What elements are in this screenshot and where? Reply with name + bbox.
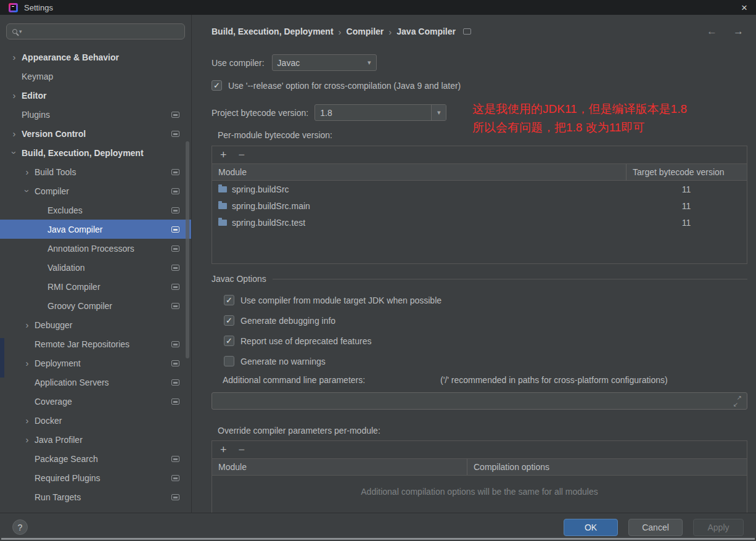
- sidebar-item-excludes[interactable]: Excludes: [0, 200, 191, 220]
- option-generate-no-warnings[interactable]: Generate no warnings: [224, 351, 747, 371]
- sidebar-item-coverage[interactable]: Coverage: [0, 392, 191, 411]
- help-button[interactable]: ?: [12, 519, 28, 535]
- per-module-table-header: Module Target bytecode version: [212, 164, 747, 181]
- sidebar-item-java-compiler[interactable]: Java Compiler: [0, 220, 191, 239]
- settings-page-icon: [171, 456, 179, 462]
- add-button[interactable]: +: [220, 444, 227, 455]
- checkbox-icon[interactable]: ✓: [224, 315, 234, 326]
- sidebar-item-annotation-processors[interactable]: Annotation Processors: [0, 239, 191, 258]
- search-text-field[interactable]: [24, 27, 179, 37]
- expand-icon[interactable]: ↗ ↙: [733, 397, 742, 405]
- annotation-line-1: 这是我使用的JDK11，但是编译版本是1.8: [472, 100, 687, 118]
- column-header-compilation-options[interactable]: Compilation options: [467, 459, 747, 475]
- breadcrumb: Build, Execution, Deployment › Compiler …: [212, 15, 747, 38]
- sidebar-tree: › Appearance & Behavior Keymap › Editor …: [0, 47, 191, 506]
- annotation-line-2: 所以会有问题，把1.8 改为11即可: [472, 118, 687, 137]
- sidebar-item-java-profiler[interactable]: › Java Profiler: [0, 430, 191, 449]
- sidebar-item-label: Coverage: [33, 397, 72, 407]
- jdk-annotation-note: 这是我使用的JDK11，但是编译版本是1.8 所以会有问题，把1.8 改为11即…: [472, 100, 687, 137]
- sidebar-item-validation[interactable]: Validation: [0, 258, 191, 277]
- back-button[interactable]: ←: [707, 25, 717, 38]
- settings-search-input[interactable]: ▾: [6, 23, 185, 39]
- use-compiler-value: Javac: [277, 58, 300, 68]
- settings-page-icon: [463, 28, 471, 35]
- breadcrumb-item[interactable]: Build, Execution, Deployment: [212, 27, 334, 36]
- breadcrumb-item[interactable]: Java Compiler: [396, 27, 456, 36]
- checkbox-icon[interactable]: [224, 356, 234, 366]
- sidebar-item-required-plugins[interactable]: Required Plugins: [0, 468, 191, 487]
- option-use-compiler-from-module-target-jdk-when-possible[interactable]: ✓ Use compiler from module target JDK wh…: [224, 290, 747, 310]
- apply-button[interactable]: Apply: [693, 519, 744, 536]
- module-target-version: 11: [626, 184, 747, 194]
- sidebar-item-package-search[interactable]: Package Search: [0, 449, 191, 468]
- per-module-table-toolbar: + −: [212, 146, 747, 164]
- checkbox-icon[interactable]: ✓: [224, 295, 234, 305]
- project-bytecode-select[interactable]: 1.8 ▾: [314, 104, 446, 121]
- use-compiler-select[interactable]: Javac ▾: [272, 54, 377, 71]
- sidebar-item-label: Run Targets: [33, 492, 81, 502]
- option-generate-debugging-info[interactable]: ✓ Generate debugging info: [224, 310, 747, 331]
- sidebar-item-label: Validation: [46, 263, 84, 273]
- sidebar-item-label: Build Tools: [33, 167, 76, 177]
- settings-page-icon: [171, 399, 179, 405]
- sidebar-item-rmi-compiler[interactable]: RMI Compiler: [0, 277, 191, 296]
- chevron-icon: ›: [9, 90, 20, 101]
- ok-button[interactable]: OK: [564, 519, 618, 536]
- sidebar-item-label: Version Control: [20, 129, 86, 139]
- remove-button[interactable]: −: [239, 444, 245, 455]
- sidebar-item-docker[interactable]: › Docker: [0, 411, 191, 430]
- sidebar-item-groovy-compiler[interactable]: Groovy Compiler: [0, 296, 191, 315]
- sidebar-item-editor[interactable]: › Editor: [0, 86, 191, 105]
- option-label: Generate no warnings: [240, 357, 326, 366]
- release-checkbox[interactable]: ✓: [212, 80, 222, 91]
- settings-page-icon: [171, 341, 179, 347]
- sidebar-item-keymap[interactable]: Keymap: [0, 67, 191, 86]
- checkbox-icon[interactable]: ✓: [224, 336, 234, 346]
- remove-button[interactable]: −: [239, 149, 245, 160]
- module-row-spring-buildsrc-test[interactable]: spring.buildSrc.test 11: [212, 214, 747, 231]
- background-window-edge: [0, 338, 4, 378]
- add-button[interactable]: +: [220, 149, 227, 160]
- sidebar-item-debugger[interactable]: › Debugger: [0, 315, 191, 334]
- column-header-target-version[interactable]: Target bytecode version: [626, 164, 747, 180]
- module-name: spring.buildSrc: [232, 184, 289, 194]
- sidebar-item-remote-jar-repositories[interactable]: Remote Jar Repositories: [0, 334, 191, 353]
- sidebar-item-application-servers[interactable]: Application Servers: [0, 373, 191, 392]
- breadcrumb-item[interactable]: Compiler: [347, 27, 384, 36]
- sidebar-item-version-control[interactable]: › Version Control: [0, 124, 191, 143]
- sidebar-item-appearance-behavior[interactable]: › Appearance & Behavior: [0, 47, 191, 67]
- javac-options-separator: Javac Options: [212, 274, 747, 284]
- settings-window: Settings × ▾ › Appearance & Behavior Key…: [0, 0, 756, 541]
- sidebar-item-run-targets[interactable]: Run Targets: [0, 487, 191, 506]
- additional-params-label: Additional command line parameters:: [223, 375, 365, 385]
- settings-page-icon: [171, 303, 179, 309]
- column-header-module[interactable]: Module: [212, 164, 626, 180]
- module-name: spring.buildSrc.test: [232, 218, 305, 228]
- additional-params-text-field[interactable]: [217, 395, 728, 407]
- sidebar-item-label: Groovy Compiler: [46, 301, 112, 311]
- sidebar-item-build-tools[interactable]: › Build Tools: [0, 162, 191, 181]
- sidebar-item-plugins[interactable]: Plugins: [0, 105, 191, 124]
- chevron-icon: ›: [22, 358, 33, 368]
- module-folder-icon: [218, 203, 227, 209]
- sidebar-item-build-execution-deployment[interactable]: › Build, Execution, Deployment: [0, 143, 191, 162]
- javac-options-group: ✓ Use compiler from module target JDK wh…: [224, 290, 747, 371]
- breadcrumb-separator-icon: ›: [388, 27, 392, 37]
- module-row-spring-buildsrc[interactable]: spring.buildSrc 11: [212, 181, 747, 197]
- module-row-spring-buildsrc-main[interactable]: spring.buildSrc.main 11: [212, 197, 747, 214]
- close-icon[interactable]: ×: [741, 2, 747, 13]
- sidebar-item-label: Build, Execution, Deployment: [20, 148, 144, 158]
- sidebar-item-label: Docker: [33, 416, 62, 426]
- option-report-use-of-deprecated-features[interactable]: ✓ Report use of deprecated features: [224, 331, 747, 351]
- module-target-version: 11: [626, 218, 747, 228]
- sidebar-item-deployment[interactable]: › Deployment: [0, 353, 191, 373]
- dropdown-arrow-icon: ▾: [431, 105, 446, 120]
- additional-params-input[interactable]: ↗ ↙: [212, 392, 747, 410]
- sidebar-item-label: Remote Jar Repositories: [33, 339, 129, 349]
- forward-button[interactable]: →: [733, 25, 744, 38]
- sidebar-scrollbar-thumb[interactable]: [186, 141, 189, 358]
- sidebar-item-compiler[interactable]: › Compiler: [0, 181, 191, 200]
- column-header-module[interactable]: Module: [212, 459, 467, 475]
- cancel-button[interactable]: Cancel: [628, 519, 683, 536]
- project-bytecode-label: Project bytecode version:: [212, 108, 308, 118]
